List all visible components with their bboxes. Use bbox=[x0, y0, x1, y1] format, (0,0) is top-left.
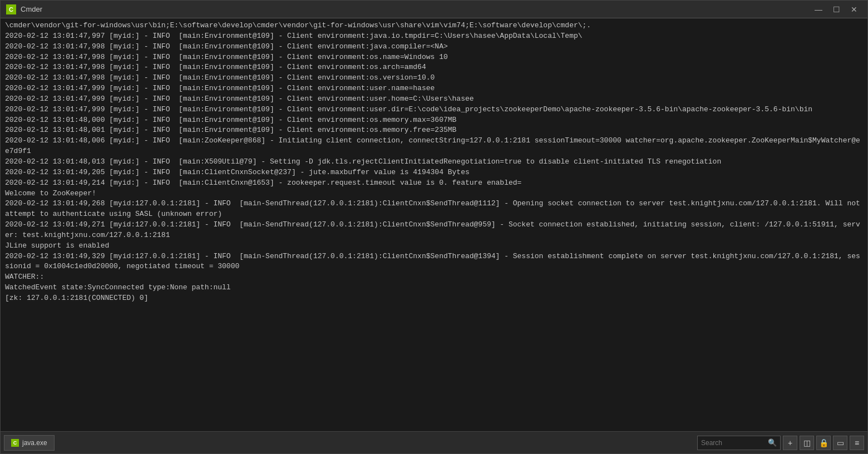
minimize-button[interactable]: — bbox=[811, 3, 826, 16]
window-controls: — ☐ ✕ bbox=[811, 3, 862, 16]
terminal-line: Welcome to ZooKeeper! bbox=[5, 189, 863, 199]
terminal-line: JLine support is enabled bbox=[5, 241, 863, 251]
terminal-line: 2020-02-12 13:01:47,999 [myid:] - INFO [… bbox=[5, 105, 863, 115]
add-tab-button[interactable]: + bbox=[783, 436, 797, 450]
terminal-line: 2020-02-12 13:01:47,998 [myid:] - INFO [… bbox=[5, 62, 863, 73]
terminal-output[interactable]: \cmder\vendor\git-for-windows\usr\bin;E:… bbox=[1, 18, 867, 431]
close-button[interactable]: ✕ bbox=[846, 3, 862, 16]
terminal-line: 2020-02-12 13:01:49,214 [myid:] - INFO [… bbox=[5, 178, 863, 189]
terminal-line: 2020-02-12 13:01:49,205 [myid:] - INFO [… bbox=[5, 167, 863, 178]
search-box[interactable]: 🔍 bbox=[697, 436, 781, 450]
titlebar: C Cmder — ☐ ✕ bbox=[1, 1, 867, 18]
terminal-line: 2020-02-12 13:01:47,998 [myid:] - INFO [… bbox=[5, 73, 863, 83]
terminal-line: 2020-02-12 13:01:49,271 [myid:127.0.0.1:… bbox=[5, 220, 863, 241]
terminal-line: \cmder\vendor\git-for-windows\usr\bin;E:… bbox=[5, 21, 863, 31]
terminal-line: 2020-02-12 13:01:49,329 [myid:127.0.0.1:… bbox=[5, 251, 863, 273]
terminal-line: 2020-02-12 13:01:47,999 [myid:] - INFO [… bbox=[5, 94, 863, 105]
terminal-line: WatchedEvent state:SyncConnected type:No… bbox=[5, 283, 863, 293]
taskbar: C java.exe 🔍 + ◫ 🔒 ▭ ≡ bbox=[1, 431, 867, 453]
tab-icon: C bbox=[11, 439, 19, 447]
layout-button[interactable]: ▭ bbox=[833, 436, 847, 450]
terminal-line: 2020-02-12 13:01:47,999 [myid:] - INFO [… bbox=[5, 83, 863, 94]
split-button[interactable]: ◫ bbox=[800, 436, 814, 450]
terminal-line: 2020-02-12 13:01:48,000 [myid:] - INFO [… bbox=[5, 115, 863, 126]
terminal-line: 2020-02-12 13:01:48,013 [myid:] - INFO [… bbox=[5, 157, 863, 167]
terminal-line: WATCHER:: bbox=[5, 272, 863, 283]
menu-button[interactable]: ≡ bbox=[850, 436, 864, 450]
lock-button[interactable]: 🔒 bbox=[816, 436, 831, 450]
terminal-line: 2020-02-12 13:01:47,998 [myid:] - INFO [… bbox=[5, 52, 863, 63]
terminal-line: 2020-02-12 13:01:47,997 [myid:] - INFO [… bbox=[5, 31, 863, 42]
search-icon: 🔍 bbox=[768, 438, 777, 447]
tab-java[interactable]: C java.exe bbox=[4, 435, 55, 451]
terminal-line: 2020-02-12 13:01:48,006 [myid:] - INFO [… bbox=[5, 136, 863, 157]
terminal-line: 2020-02-12 13:01:48,001 [myid:] - INFO [… bbox=[5, 125, 863, 136]
tab-label: java.exe bbox=[22, 439, 47, 447]
terminal-line: 2020-02-12 13:01:47,998 [myid:] - INFO [… bbox=[5, 42, 863, 52]
window-title: Cmder bbox=[21, 5, 811, 13]
terminal-line: [zk: 127.0.0.1:2181(CONNECTED) 0] bbox=[5, 293, 863, 304]
app-icon: C bbox=[6, 4, 16, 14]
search-input[interactable] bbox=[701, 439, 768, 447]
terminal-line: 2020-02-12 13:01:49,268 [myid:127.0.0.1:… bbox=[5, 199, 863, 220]
main-window: C Cmder — ☐ ✕ \cmder\vendor\git-for-wind… bbox=[0, 0, 868, 454]
maximize-button[interactable]: ☐ bbox=[828, 3, 844, 16]
